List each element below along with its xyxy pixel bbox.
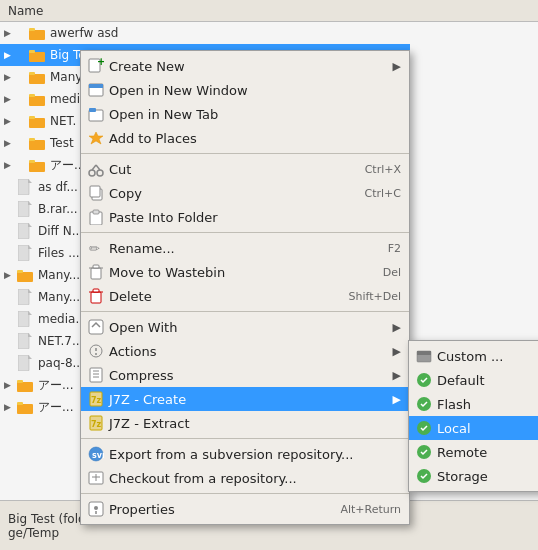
expand-arrow-icon: ▶ bbox=[4, 270, 16, 280]
folder-icon bbox=[28, 92, 46, 106]
file-item-label: Many... bbox=[38, 268, 80, 282]
expand-arrow-icon: ▶ bbox=[4, 72, 16, 82]
menu-item-cut[interactable]: CutCtrl+X bbox=[81, 157, 409, 181]
svg-rect-52 bbox=[93, 210, 99, 214]
file-item-label: awerfw asd bbox=[50, 26, 118, 40]
svg-line-48 bbox=[96, 165, 100, 170]
menu-shortcut: Ctrl+C bbox=[365, 187, 401, 200]
submenu-item-label: Remote bbox=[437, 445, 538, 460]
column-name-header: Name bbox=[8, 4, 43, 18]
submenu-item-default[interactable]: Default bbox=[409, 368, 538, 392]
file-icon bbox=[16, 334, 34, 348]
svg-rect-59 bbox=[93, 289, 99, 292]
svg-point-46 bbox=[97, 170, 103, 176]
svg-rect-31 bbox=[18, 355, 29, 371]
menu-item-label: Move to Wastebin bbox=[109, 265, 363, 280]
menu-item-open-with[interactable]: Open With▶ bbox=[81, 315, 409, 339]
context-menu: +Create New▶Open in New WindowOpen in Ne… bbox=[80, 50, 410, 525]
file-icon bbox=[16, 312, 34, 326]
statusbar-line2: ge/Temp bbox=[8, 526, 530, 540]
remote-submenu-icon bbox=[415, 443, 433, 461]
menu-item-properties[interactable]: PropertiesAlt+Return bbox=[81, 497, 409, 521]
svg-rect-64 bbox=[90, 368, 102, 382]
file-item-label: NET.7... bbox=[38, 334, 83, 348]
menu-item-open-new-tab[interactable]: Open in New Tab bbox=[81, 102, 409, 126]
submenu-item-local[interactable]: Local bbox=[409, 416, 538, 440]
svg-text:+: + bbox=[97, 58, 104, 67]
file-item-label: B.rar... bbox=[38, 202, 78, 216]
menu-item-compress[interactable]: Compress▶ bbox=[81, 363, 409, 387]
menu-item-add-to-places[interactable]: Add to Places bbox=[81, 126, 409, 150]
svg-rect-43 bbox=[89, 108, 96, 112]
menu-item-label: Open With bbox=[109, 320, 389, 335]
storage-submenu-icon bbox=[415, 467, 433, 485]
cut-icon bbox=[87, 160, 105, 178]
menu-item-j7z-extract[interactable]: 7zJ7Z - Extract bbox=[81, 411, 409, 435]
svg-rect-11 bbox=[29, 94, 35, 97]
svg-text:7z: 7z bbox=[91, 396, 102, 405]
svg-rect-2 bbox=[29, 28, 35, 31]
submenu-item-label: Local bbox=[437, 421, 538, 436]
menu-item-delete[interactable]: DeleteShift+Del bbox=[81, 284, 409, 308]
menu-item-checkout[interactable]: Checkout from a repository... bbox=[81, 466, 409, 490]
menu-item-actions[interactable]: Actions▶ bbox=[81, 339, 409, 363]
expand-arrow-icon: ▶ bbox=[4, 50, 16, 60]
menu-item-wastebin[interactable]: Move to WastebinDel bbox=[81, 260, 409, 284]
submenu-item-remote[interactable]: Remote bbox=[409, 440, 538, 464]
menu-separator bbox=[81, 311, 409, 312]
svg-point-45 bbox=[89, 170, 95, 176]
menu-item-create-new[interactable]: +Create New▶ bbox=[81, 54, 409, 78]
submenu-arrow-icon: ▶ bbox=[393, 321, 401, 334]
menu-item-j7z-create[interactable]: 7zJ7Z - Create▶ bbox=[81, 387, 409, 411]
svg-rect-28 bbox=[18, 289, 29, 305]
svg-text:✏: ✏ bbox=[89, 241, 100, 256]
compress-icon bbox=[87, 366, 105, 384]
menu-item-label: J7Z - Create bbox=[109, 392, 389, 407]
menu-item-paste[interactable]: Paste Into Folder bbox=[81, 205, 409, 229]
flash-submenu-icon bbox=[415, 395, 433, 413]
svg-rect-17 bbox=[29, 138, 35, 141]
svg-rect-14 bbox=[29, 116, 35, 119]
menu-item-open-new-window[interactable]: Open in New Window bbox=[81, 78, 409, 102]
submenu-item-flash[interactable]: Flash bbox=[409, 392, 538, 416]
file-icon bbox=[16, 180, 34, 194]
file-icon bbox=[16, 224, 34, 238]
file-list-item[interactable]: ▶awerfw asd bbox=[0, 22, 410, 44]
j7z2-icon: 7z bbox=[87, 414, 105, 432]
menu-shortcut: Del bbox=[383, 266, 401, 279]
menu-item-label: Rename... bbox=[109, 241, 368, 256]
menu-item-rename[interactable]: ✏Rename...F2 bbox=[81, 236, 409, 260]
svg-marker-44 bbox=[89, 132, 103, 144]
submenu-arrow-icon: ▶ bbox=[393, 345, 401, 358]
menu-item-label: Cut bbox=[109, 162, 345, 177]
submenu-item-label: Storage bbox=[437, 469, 538, 484]
new-icon: + bbox=[87, 57, 105, 75]
svg-rect-20 bbox=[29, 160, 35, 163]
submenu-arrow-icon: ▶ bbox=[393, 60, 401, 73]
folder-icon bbox=[16, 378, 34, 392]
menu-item-label: J7Z - Extract bbox=[109, 416, 401, 431]
svg-rect-22 bbox=[18, 201, 29, 217]
actions-icon bbox=[87, 342, 105, 360]
menu-item-label: Create New bbox=[109, 59, 389, 74]
expand-arrow-icon: ▶ bbox=[4, 94, 16, 104]
svg-rect-81 bbox=[417, 351, 431, 355]
menu-item-export-svn[interactable]: svnExport from a subversion repository..… bbox=[81, 442, 409, 466]
menu-item-copy[interactable]: CopyCtrl+C bbox=[81, 181, 409, 205]
submenu-item-storage[interactable]: Storage bbox=[409, 464, 538, 488]
menu-item-label: Delete bbox=[109, 289, 328, 304]
folder-icon bbox=[28, 158, 46, 172]
menu-shortcut: Alt+Return bbox=[340, 503, 401, 516]
svg-rect-8 bbox=[29, 72, 35, 75]
local-submenu-icon bbox=[415, 419, 433, 437]
folder-icon bbox=[16, 400, 34, 414]
file-item-label: NET. bbox=[50, 114, 76, 128]
svg-rect-21 bbox=[18, 179, 29, 195]
folder-icon bbox=[28, 114, 46, 128]
submenu-item-custom[interactable]: Custom ... bbox=[409, 344, 538, 368]
menu-item-label: Properties bbox=[109, 502, 320, 517]
file-item-label: アー... bbox=[38, 377, 73, 394]
svg-rect-34 bbox=[17, 380, 23, 383]
file-item-label: アー... bbox=[38, 399, 73, 416]
file-item-label: as df... bbox=[38, 180, 78, 194]
